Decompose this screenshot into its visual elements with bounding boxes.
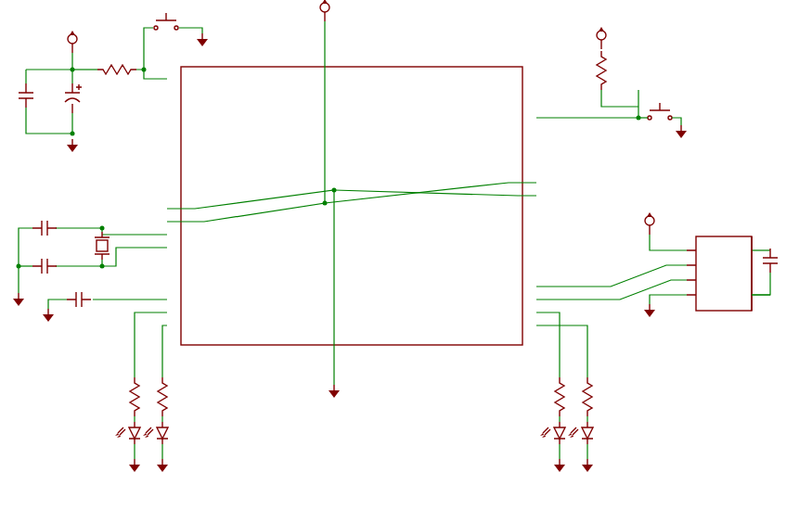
res-r6 <box>597 51 606 90</box>
gnd-c3 <box>43 309 54 322</box>
res-r3 <box>555 377 564 416</box>
p5v-icon <box>68 31 77 53</box>
bootloader-switch <box>648 103 672 120</box>
gnd-reset <box>197 33 208 46</box>
crystal <box>95 232 110 260</box>
reset-switch <box>154 13 178 30</box>
res-r2 <box>158 377 167 416</box>
svg-point-10 <box>323 201 328 206</box>
cap-c2 <box>32 259 57 274</box>
led3 <box>540 422 565 444</box>
led4 <box>568 422 593 444</box>
res-r1 <box>130 377 139 416</box>
svg-point-11 <box>332 188 337 193</box>
cap-c5 <box>65 83 82 113</box>
svg-point-6 <box>142 68 147 72</box>
gnd-xtal <box>13 293 24 306</box>
p5v-vdd <box>320 0 329 21</box>
usb-connector <box>696 236 752 311</box>
gnd-icon <box>67 139 78 152</box>
svg-point-7 <box>17 264 21 269</box>
schematic <box>0 0 812 510</box>
svg-point-8 <box>100 226 105 231</box>
cap-c6 <box>19 83 33 108</box>
cap-c4 <box>763 249 778 273</box>
res-r4 <box>583 377 592 416</box>
p5v-r6 <box>597 27 606 49</box>
res-r5 <box>97 65 136 74</box>
p5v-usb <box>645 212 654 235</box>
svg-point-9 <box>100 264 105 269</box>
cap-c1 <box>32 221 57 236</box>
svg-point-5 <box>71 132 75 136</box>
led2 <box>143 422 168 444</box>
gnd-vss <box>329 385 340 398</box>
ic-body <box>181 67 522 345</box>
cap-c3 <box>67 292 91 307</box>
led1 <box>115 422 140 444</box>
